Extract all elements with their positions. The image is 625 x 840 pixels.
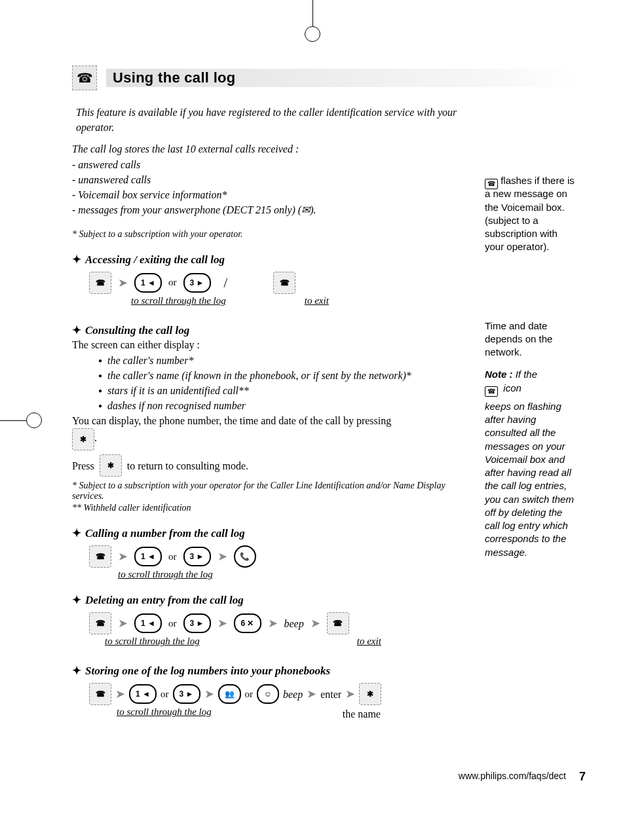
diamond-icon: ✦ — [72, 664, 81, 678]
diamond-icon: ✦ — [72, 323, 81, 337]
caption-exit: to exit — [357, 636, 381, 647]
title-banner: Using the call log — [106, 69, 577, 87]
or-text: or — [168, 276, 177, 290]
deleting-keyline: ☎ ➤ 1 ◄ or 3 ► ➤ 6 ✕ ➤ beep ➤ ☎ — [89, 612, 465, 634]
caption-scroll: to scroll through the log — [105, 636, 200, 647]
footnote-subscription: * Subject to a subscription with your op… — [72, 229, 465, 240]
enter-text: enter — [320, 687, 341, 702]
or-text: or — [168, 550, 177, 564]
key-1-left: 1 ◄ — [134, 273, 162, 293]
arrow-icon: ➤ — [204, 687, 214, 701]
bullet-0: the caller's number* — [98, 353, 465, 368]
caption-exit: to exit — [305, 295, 329, 306]
log-key-icon: ☎ — [89, 545, 111, 568]
dash-item-1: - unanswered calls — [72, 172, 465, 187]
stores-line: The call log stores the last 10 external… — [72, 141, 465, 156]
intro-text: This feature is available if you have re… — [76, 105, 465, 135]
bullet-1: the caller's name (if known in the phone… — [98, 368, 465, 383]
page-number: 7 — [579, 770, 586, 784]
key-3-right: 3 ► — [183, 273, 211, 293]
consult-star-key-row: ✱. — [72, 428, 465, 450]
sidebar: ☎ flashes if there is a new message on t… — [485, 102, 577, 559]
storing-keyline: ☎ ➤ 1 ◄ or 3 ► ➤ 👥 or ☺ beep ➤ enter ➤ ✱ — [89, 683, 465, 705]
sidebar-note: Note : If the ☎ icon — [485, 368, 577, 395]
log-key-icon: ☎ — [89, 683, 111, 705]
crop-mark-left — [0, 407, 39, 433]
voicemail-icon: ☎ — [485, 179, 498, 189]
slash-separator: / — [224, 276, 228, 291]
page-content: ☎ Using the call log This feature is ava… — [72, 65, 577, 722]
key-1-left: 1 ◄ — [129, 684, 157, 704]
diamond-icon: ✦ — [72, 593, 81, 607]
arrow-icon: ➤ — [218, 549, 227, 564]
section-consulting: ✦Consulting the call log — [72, 323, 465, 337]
diamond-icon: ✦ — [72, 526, 81, 540]
arrow-icon: ➤ — [118, 616, 128, 630]
note-label: Note : — [485, 369, 513, 380]
caption-scroll: to scroll through the log — [117, 706, 212, 718]
title-bar: ☎ Using the call log — [72, 65, 577, 90]
beep-text: beep — [284, 616, 304, 631]
key-3-right: 3 ► — [183, 547, 211, 566]
bullet-3: dashes if non recognised number — [98, 398, 465, 413]
key-1-left: 1 ◄ — [134, 547, 162, 566]
consult-line2: You can display, the phone number, the t… — [72, 413, 465, 428]
key-3-right: 3 ► — [173, 684, 200, 704]
dash-item-3: - messages from your answerphone (DECT 2… — [72, 202, 465, 217]
log-key-icon: ☎ — [89, 272, 111, 294]
access-keyline: ☎ ➤ 1 ◄ or 3 ► / ☎ — [89, 272, 465, 294]
key-1-left: 1 ◄ — [134, 613, 162, 633]
log-key-exit-icon: ☎ — [327, 612, 349, 634]
arrow-icon: ➤ — [115, 687, 125, 701]
diamond-icon: ✦ — [72, 253, 81, 266]
sidebar-flash-block: ☎ flashes if there is a new message on t… — [485, 174, 577, 254]
or-text: or — [161, 687, 169, 702]
section-deleting: ✦Deleting an entry from the call log — [72, 593, 465, 607]
phonebook-key-icon: 👥 — [218, 684, 241, 704]
calling-keyline: ☎ ➤ 1 ◄ or 3 ► ➤ 📞 — [89, 545, 465, 568]
bullet-2: stars if it is an unidentified call** — [98, 383, 465, 398]
caption-scroll: to scroll through the log — [131, 295, 226, 306]
log-key-icon: ☎ — [89, 612, 111, 634]
access-captions: to scroll through the log to exit — [131, 294, 465, 310]
arrow-icon: ➤ — [311, 616, 320, 630]
key-6: 6 ✕ — [234, 613, 261, 633]
dash-item-2: - Voicemail box service information* — [72, 187, 465, 202]
consult-bullets: the caller's number* the caller's name (… — [98, 353, 465, 414]
section-accessing: ✦Accessing / exiting the call log — [72, 253, 465, 266]
sidebar-time-block: Time and date depends on the network. — [485, 320, 577, 359]
log-key-exit-icon: ☎ — [273, 272, 295, 294]
or-text: or — [245, 687, 254, 702]
section-storing: ✦Storing one of the log numbers into you… — [72, 664, 465, 678]
arrow-icon: ➤ — [118, 549, 128, 564]
dash-item-0: - answered calls — [72, 157, 465, 172]
consult-foot-a: * Subject to a subscription with your op… — [72, 481, 465, 502]
section-calling: ✦Calling a number from the call log — [72, 526, 465, 540]
main-column: This feature is available if you have re… — [72, 102, 465, 722]
star-key-icon: ✱ — [72, 428, 94, 450]
smile-key-icon: ☺ — [257, 684, 279, 704]
consult-line1: The screen can either display : — [72, 337, 465, 352]
star-key-icon: ✱ — [100, 454, 122, 477]
call-key-icon: 📞 — [234, 545, 256, 568]
caption-scroll: to scroll through the log — [118, 569, 465, 580]
voicemail-icon: ☎ — [485, 386, 498, 397]
arrow-icon: ➤ — [218, 616, 227, 630]
arrow-icon: ➤ — [118, 276, 128, 290]
call-log-icon: ☎ — [72, 65, 97, 90]
arrow-icon: ➤ — [307, 687, 316, 701]
caption-name: the name — [343, 706, 381, 721]
star-key-icon: ✱ — [359, 683, 381, 705]
consult-foot-b: ** Withheld caller identification — [72, 503, 465, 513]
page-title: Using the call log — [113, 69, 236, 86]
crop-mark-top — [299, 0, 326, 39]
beep-text: beep — [283, 687, 303, 702]
footer-url: www.philips.com/faqs/dect — [459, 771, 566, 781]
consult-press-row: Press ✱ to return to consulting mode. — [72, 454, 465, 477]
or-text: or — [168, 617, 177, 631]
arrow-icon: ➤ — [345, 687, 355, 701]
arrow-icon: ➤ — [268, 616, 278, 630]
key-3-right: 3 ► — [183, 613, 211, 633]
sidebar-note-body: keeps on flashing after having consulted… — [485, 400, 577, 559]
